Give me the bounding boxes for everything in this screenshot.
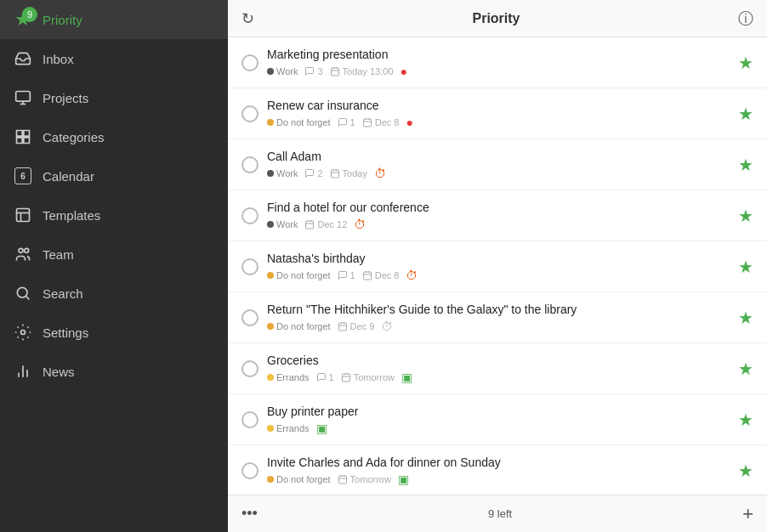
status-icon: ● xyxy=(406,116,412,129)
tag-dot xyxy=(267,221,274,228)
task-row: Natasha's birthday Do not forget 1 Dec 8… xyxy=(228,241,767,292)
task-title: Invite Charles and Ada for dinner on Sun… xyxy=(267,456,730,469)
sidebar-label-projects: Projects xyxy=(43,91,88,105)
task-content: Groceries Errands 1 Tomorrow▣ xyxy=(267,354,730,384)
task-title: Natasha's birthday xyxy=(267,252,730,265)
sidebar-item-search[interactable]: Search xyxy=(0,274,228,313)
sidebar-item-priority[interactable]: ★ 9 Priority xyxy=(0,0,228,39)
star-button[interactable]: ★ xyxy=(738,308,753,328)
task-checkbox[interactable] xyxy=(241,207,259,224)
star-button[interactable]: ★ xyxy=(738,461,753,481)
task-row: Return "The Hitchhiker's Guide to the Ga… xyxy=(228,292,767,343)
sidebar-label-inbox: Inbox xyxy=(43,52,74,66)
svg-rect-39 xyxy=(338,476,346,484)
task-date: Tomorrow xyxy=(341,372,395,382)
task-comments: 1 xyxy=(338,270,355,280)
task-status: ⏱ xyxy=(374,167,386,180)
sidebar-item-categories[interactable]: Categories xyxy=(0,117,228,156)
add-task-button[interactable]: + xyxy=(742,503,753,525)
task-meta: Do not forget Dec 9⏱ xyxy=(267,320,730,333)
sidebar-label-priority: Priority xyxy=(43,13,82,27)
task-title: Renew car insurance xyxy=(267,99,730,112)
task-checkbox[interactable] xyxy=(241,54,259,71)
star-button[interactable]: ★ xyxy=(738,410,753,430)
priority-badge: 9 xyxy=(22,7,37,22)
sidebar-label-categories: Categories xyxy=(43,130,105,144)
star-button[interactable]: ★ xyxy=(738,257,753,277)
task-status: ⏱ xyxy=(354,218,366,231)
status-icon: ▣ xyxy=(398,473,409,486)
task-row: Renew car insurance Do not forget 1 Dec … xyxy=(228,88,767,139)
task-tag: Do not forget xyxy=(267,117,331,127)
sidebar-item-templates[interactable]: Templates xyxy=(0,195,228,235)
sidebar-item-projects[interactable]: Projects xyxy=(0,78,228,117)
task-tag: Work xyxy=(267,168,298,178)
calendar-icon: 6 xyxy=(14,167,32,185)
tag-dot xyxy=(267,170,274,177)
info-button[interactable]: ⓘ xyxy=(738,8,753,29)
more-button[interactable]: ••• xyxy=(241,505,258,523)
task-date: Dec 9 xyxy=(338,321,375,331)
task-checkbox[interactable] xyxy=(241,360,259,377)
sidebar-item-inbox[interactable]: Inbox xyxy=(0,39,228,78)
status-icon: ⏱ xyxy=(374,167,386,180)
task-status: ⏱ xyxy=(381,320,393,333)
status-icon: ⏱ xyxy=(381,320,393,333)
svg-rect-11 xyxy=(331,68,338,76)
task-content: Renew car insurance Do not forget 1 Dec … xyxy=(267,99,730,129)
task-checkbox[interactable] xyxy=(241,105,259,122)
task-checkbox[interactable] xyxy=(241,462,259,479)
sidebar-item-calendar[interactable]: 6 Calendar xyxy=(0,156,228,195)
sidebar-item-settings[interactable]: Settings xyxy=(0,313,228,352)
status-icon: ● xyxy=(401,65,407,78)
main-panel: ↻ Priority ⓘ Marketing presentation Work… xyxy=(228,0,767,532)
task-row: Call Adam Work 2 Today⏱ ★ xyxy=(228,139,767,190)
star-button[interactable]: ★ xyxy=(738,104,753,124)
task-date: Dec 8 xyxy=(362,117,400,127)
star-button[interactable]: ★ xyxy=(738,155,753,175)
gear-icon xyxy=(14,323,32,342)
task-date: Today 13:00 xyxy=(330,66,394,76)
svg-rect-35 xyxy=(342,374,349,382)
status-icon: ⏱ xyxy=(406,269,418,282)
tag-dot xyxy=(267,272,274,279)
task-content: Natasha's birthday Do not forget 1 Dec 8… xyxy=(267,252,730,282)
news-icon xyxy=(14,362,32,381)
templates-icon xyxy=(14,206,32,224)
status-icon: ▣ xyxy=(316,422,327,435)
task-comments: 2 xyxy=(304,168,322,178)
task-title: Find a hotel for our conference xyxy=(267,201,730,214)
task-checkbox[interactable] xyxy=(241,309,259,326)
task-content: Return "The Hitchhiker's Guide to the Ga… xyxy=(267,303,730,333)
task-list: Marketing presentation Work 3 Today 13:0… xyxy=(228,37,767,495)
svg-rect-23 xyxy=(306,221,314,229)
sidebar-item-team[interactable]: Team xyxy=(0,235,228,274)
task-tag: Do not forget xyxy=(267,270,331,280)
task-status: ▣ xyxy=(316,422,327,435)
task-title: Groceries xyxy=(267,354,730,367)
star-button[interactable]: ★ xyxy=(738,206,753,226)
task-title: Call Adam xyxy=(267,150,730,163)
task-checkbox[interactable] xyxy=(241,411,259,428)
task-comments: 3 xyxy=(304,66,322,76)
task-date: Today xyxy=(330,168,367,178)
inbox-icon xyxy=(14,49,32,68)
task-row: Marketing presentation Work 3 Today 13:0… xyxy=(228,37,767,88)
task-meta: Errands 1 Tomorrow▣ xyxy=(267,371,730,384)
task-content: Invite Charles and Ada for dinner on Sun… xyxy=(267,456,730,486)
task-checkbox[interactable] xyxy=(241,258,259,275)
sidebar-item-news[interactable]: News xyxy=(0,352,228,391)
task-meta: Do not forget 1 Dec 8● xyxy=(267,116,730,129)
task-title: Return "The Hitchhiker's Guide to the Ga… xyxy=(267,303,730,316)
svg-line-9 xyxy=(26,297,30,300)
task-comments: 1 xyxy=(316,372,334,382)
refresh-button[interactable]: ↻ xyxy=(241,9,254,28)
task-checkbox[interactable] xyxy=(241,156,259,173)
star-button[interactable]: ★ xyxy=(738,359,753,379)
svg-rect-31 xyxy=(338,323,346,331)
svg-point-7 xyxy=(25,248,29,252)
task-content: Buy printer paper Errands▣ xyxy=(267,405,730,435)
task-row: Groceries Errands 1 Tomorrow▣ ★ xyxy=(228,343,767,394)
task-meta: Work Dec 12⏱ xyxy=(267,218,730,231)
star-button[interactable]: ★ xyxy=(738,53,753,73)
